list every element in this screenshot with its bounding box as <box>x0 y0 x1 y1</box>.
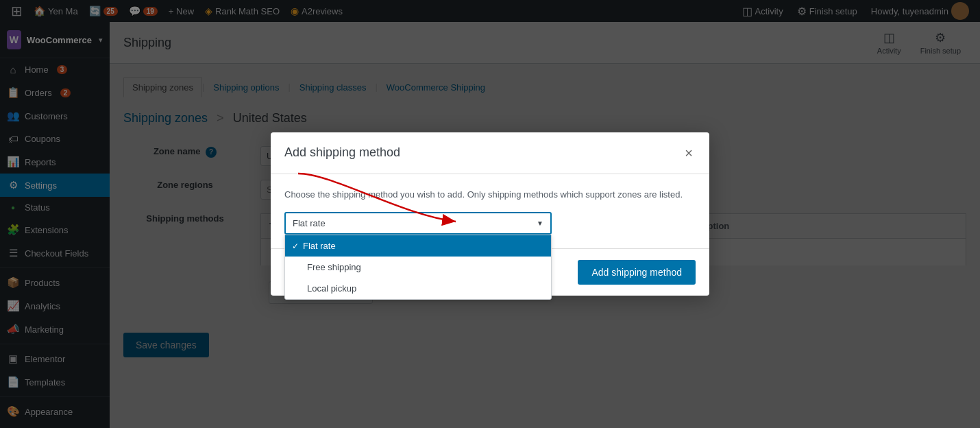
modal-close-button[interactable]: × <box>682 143 696 163</box>
checkmark-icon: ✓ <box>292 241 299 251</box>
select-current-value: Flat rate <box>293 218 326 228</box>
dropdown-option-free-shipping[interactable]: Free shipping <box>285 257 551 278</box>
option-flat-rate-label: Flat rate <box>303 241 336 251</box>
select-trigger[interactable]: Flat rate ▼ <box>284 212 552 235</box>
dropdown-option-local-pickup[interactable]: Local pickup <box>285 278 551 299</box>
dropdown-option-flat-rate[interactable]: ✓ Flat rate <box>285 235 551 257</box>
modal-body: Choose the shipping method you wish to a… <box>271 174 709 249</box>
modal-header: Add shipping method × <box>271 132 709 174</box>
modal: Add shipping method × Choose the shippin… <box>271 132 709 296</box>
modal-add-button[interactable]: Add shipping method <box>578 260 696 285</box>
option-local-pickup-label: Local pickup <box>307 283 356 294</box>
modal-title: Add shipping method <box>284 145 400 160</box>
option-free-shipping-label: Free shipping <box>307 262 361 272</box>
shipping-method-select[interactable]: Flat rate ▼ ✓ Flat rate Free shipping Lo… <box>284 212 552 235</box>
chevron-down-icon: ▼ <box>537 219 543 227</box>
dropdown-list: ✓ Flat rate Free shipping Local pickup <box>284 235 552 300</box>
modal-overlay[interactable]: Add shipping method × Choose the shippin… <box>0 0 980 428</box>
modal-description: Choose the shipping method you wish to a… <box>284 188 696 202</box>
